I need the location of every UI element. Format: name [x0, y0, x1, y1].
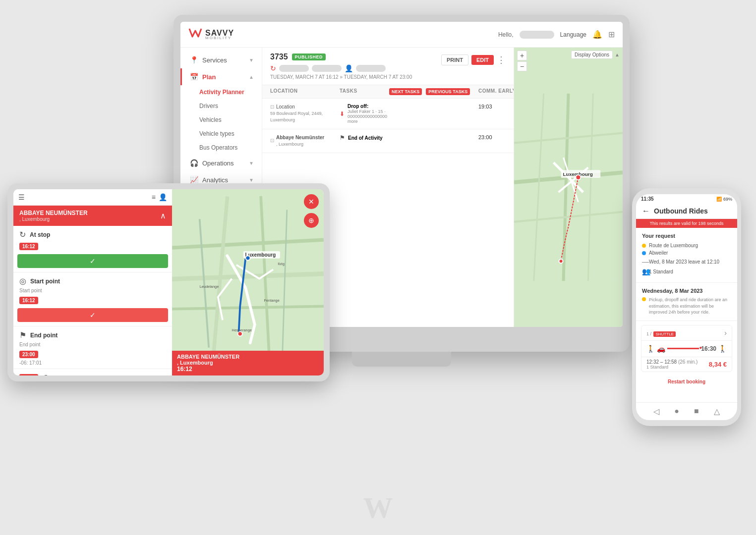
- ride-footer: 12:32 – 12:58 (26 min.) 1 Standard 8,34 …: [641, 357, 732, 372]
- your-request-section: Your request Route de Luxembourg Abweile…: [636, 228, 737, 283]
- task-cell-1: ⬇ Drop off: Juliet Faker 1 · 15 · 000000…: [340, 104, 389, 124]
- back-button[interactable]: ←: [642, 207, 650, 215]
- phone-frame: 11:35 📶 69% ← Outbound Rides This result…: [632, 188, 741, 426]
- sidebar-item-vehicles[interactable]: Vehicles: [180, 113, 262, 127]
- ride-price: 8,34 €: [709, 361, 727, 368]
- col-tasks: TASKS: [340, 88, 389, 95]
- extra-avatar: [356, 65, 386, 72]
- location-sub: , Luxembourg: [19, 216, 88, 222]
- tablet-map-target-button[interactable]: ⊕: [304, 213, 319, 228]
- driver-avatar: [279, 65, 309, 72]
- from-label: Route de Luxembourg: [649, 243, 698, 248]
- phone-up-nav-icon[interactable]: △: [714, 407, 720, 416]
- comm-early-1: 19:03: [478, 104, 514, 109]
- expand-icon[interactable]: ⊞: [608, 30, 615, 39]
- passengers-label: 1 Standard: [649, 269, 673, 274]
- edit-button[interactable]: EDIT: [471, 55, 494, 65]
- tablet-map-close-button[interactable]: ✕: [304, 194, 319, 209]
- sidebar-item-plan[interactable]: 📅 Plan ▲: [180, 68, 262, 85]
- sidebar-item-vehicle-types[interactable]: Vehicle types: [180, 127, 262, 141]
- display-options-button[interactable]: Display Options: [571, 51, 613, 59]
- at-stop-icon: ↻: [19, 230, 26, 239]
- sidebar-item-activity-planner[interactable]: Activity Planner: [180, 85, 262, 99]
- vehicle-types-label: Vehicle types: [199, 130, 234, 137]
- language-button[interactable]: Language: [560, 31, 586, 38]
- activity-header: 3735 PUBLISHED ↻ 👤 TU: [262, 48, 514, 85]
- task-cell-2: ⚑ End of Activity: [340, 134, 389, 141]
- logo-subtitle: MOBILITY: [205, 36, 234, 40]
- restart-booking-button[interactable]: Restart booking: [636, 376, 737, 387]
- user-name-pill: [520, 31, 554, 39]
- drivers-label: Drivers: [199, 103, 218, 109]
- prev-tasks-button[interactable]: PREVIOUS TASKS: [426, 88, 470, 95]
- end-point-icon: ⚑: [19, 330, 26, 340]
- hamburger-icon[interactable]: ☰: [18, 193, 25, 201]
- timeline-marker: ●: [699, 345, 702, 350]
- activity-id: 3735: [270, 53, 288, 61]
- sidebar-item-operations[interactable]: 🎧 Operations ▼: [180, 155, 262, 171]
- published-badge: PUBLISHED: [292, 54, 326, 60]
- stop-card-header-start: ◎ Start point: [13, 272, 172, 288]
- sidebar-label-analytics: Analytics: [202, 176, 228, 184]
- sidebar-item-services[interactable]: 📍 Services ▼: [180, 52, 262, 68]
- travel-date-label: Wed, 8 Mar 2023 leave at 12:10: [649, 259, 719, 265]
- svg-rect-14: [172, 196, 324, 369]
- list-icon[interactable]: ≡: [152, 193, 156, 201]
- phone-home-nav-icon[interactable]: ●: [674, 407, 679, 416]
- top-bar: SAVVY MOBILITY Hello, Language 🔔 ⊞: [180, 22, 623, 48]
- finish-label: Finish stop: [55, 374, 86, 376]
- zoom-in-button[interactable]: +: [517, 51, 527, 60]
- ride-expand-icon[interactable]: ›: [724, 329, 727, 337]
- notification-icon[interactable]: 🔔: [592, 30, 602, 39]
- stop-card-end: ⚑ End point End point 23:00 -06: 17:01: [13, 326, 172, 369]
- vehicles-label: Vehicles: [199, 116, 222, 123]
- location-cell-2: ⊡ Abbaye Neumünster , Luxembourg: [270, 134, 340, 148]
- location-name-2: Abbaye Neumünster: [276, 134, 324, 141]
- location-label: Location: [276, 104, 295, 110]
- stop-card-header-at-stop: ↻ At stop: [13, 226, 172, 241]
- operations-icon: 🎧: [190, 159, 198, 167]
- hello-label: Hello,: [498, 31, 514, 38]
- sidebar-label-services: Services: [202, 56, 227, 64]
- finish-time: 23:00: [19, 374, 38, 375]
- phone-square-nav-icon[interactable]: ■: [694, 407, 699, 416]
- sidebar-item-drivers[interactable]: Drivers: [180, 99, 262, 113]
- location-icon: ⊡: [270, 104, 274, 110]
- table-row: ⊡ Location 59 Boulevard Royal, 2449, Lux…: [262, 99, 514, 129]
- map-collapse-button[interactable]: ▲: [615, 52, 620, 57]
- savvy-watermark: W: [363, 491, 393, 525]
- table-row: ⊡ Abbaye Neumünster , Luxembourg ⚑ End o…: [262, 129, 514, 153]
- refresh-icon: ↻: [270, 64, 276, 72]
- phone-bottom-nav: ◁ ● ■ △: [636, 402, 737, 420]
- end-sub: End point: [13, 342, 172, 349]
- phone-screen: 11:35 📶 69% ← Outbound Rides This result…: [636, 194, 737, 420]
- to-dot: [642, 251, 646, 255]
- phone-time: 11:35: [641, 196, 654, 202]
- map-location-name: ABBAYE NEUMÜNSTER: [177, 354, 319, 360]
- zoom-out-button[interactable]: −: [517, 61, 527, 71]
- phone-back-nav-icon[interactable]: ◁: [653, 407, 659, 416]
- at-stop-status-bar: ✓: [17, 254, 168, 268]
- plan-chevron: ▲: [249, 74, 254, 80]
- request-passengers-item: 👥 1 Standard: [642, 268, 731, 275]
- task-label-1: Drop off:: [348, 104, 389, 109]
- phone-content: Your request Route de Luxembourg Abweile…: [636, 228, 737, 402]
- next-tasks-button[interactable]: NEXT TASKS: [389, 88, 422, 95]
- map-location-time: 16:12: [177, 366, 319, 373]
- svg-point-13: [559, 259, 563, 263]
- at-stop-label: At stop: [30, 231, 50, 238]
- time-to2: 12:58: [664, 359, 677, 365]
- col-next-prev: NEXT TASKS PREVIOUS TASKS: [389, 88, 478, 95]
- finish-icon: ↻: [44, 373, 51, 375]
- chevron-up-icon[interactable]: ∧: [160, 211, 166, 220]
- print-button[interactable]: PRINT: [441, 54, 468, 65]
- more-options-button[interactable]: ⋮: [497, 54, 506, 65]
- logo: SAVVY MOBILITY: [188, 28, 234, 42]
- user-action-icon[interactable]: 👤: [159, 193, 167, 201]
- sidebar-item-bus-operators[interactable]: Bus Operators: [180, 141, 262, 155]
- activity-id-row: 3735 PUBLISHED: [270, 53, 412, 61]
- route-number-label: 1 /: [646, 331, 651, 336]
- sidebar-label-operations: Operations: [202, 160, 234, 167]
- to-label: Abweiler: [649, 250, 668, 256]
- stop-card-start: ◎ Start point Start point 16:12 ✓: [13, 272, 172, 326]
